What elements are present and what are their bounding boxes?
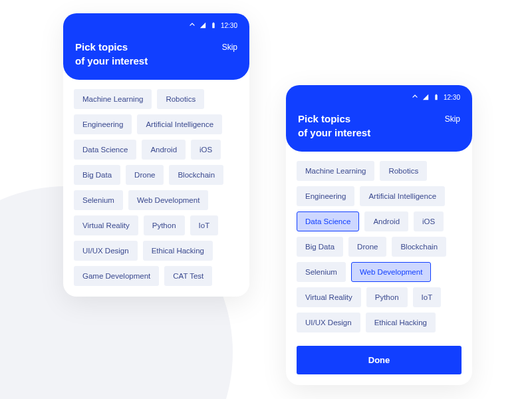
battery-icon — [210, 22, 217, 29]
status-time: 12:30 — [221, 22, 237, 29]
page-title: Pick topics of your interest — [298, 112, 370, 140]
topic-chip[interactable]: Web Development — [128, 190, 208, 210]
topic-chip[interactable]: Robotics — [157, 89, 204, 109]
topic-chip[interactable]: Blockchain — [392, 237, 446, 257]
skip-button[interactable]: Skip — [222, 40, 237, 52]
topic-chip-container: Machine LearningRoboticsEngineeringArtif… — [63, 80, 249, 297]
topic-chip[interactable]: Drone — [348, 237, 386, 257]
topic-chip[interactable]: Engineering — [74, 114, 132, 134]
phone-screen-unselected: 12:30 Pick topics of your interest Skip … — [63, 13, 249, 297]
topic-chip[interactable]: Python — [144, 215, 185, 235]
page-title: Pick topics of your interest — [75, 40, 148, 68]
topic-chip[interactable]: Data Science — [74, 140, 136, 160]
topic-chip[interactable]: iOS — [191, 140, 221, 160]
topic-chip[interactable]: Big Data — [297, 237, 343, 257]
topic-chip[interactable]: Machine Learning — [297, 161, 374, 181]
status-bar: 12:30 — [75, 20, 237, 31]
topic-chip[interactable]: IoT — [190, 215, 219, 235]
signal-icon — [200, 22, 206, 29]
topic-chip[interactable]: Blockchain — [169, 165, 223, 185]
done-button[interactable]: Done — [297, 346, 462, 374]
topic-chip[interactable]: Selenium — [74, 190, 123, 210]
wifi-icon — [189, 22, 196, 29]
topic-chip[interactable]: Robotics — [380, 161, 427, 181]
battery-icon — [433, 94, 440, 100]
topic-chip[interactable]: Ethical Hacking — [366, 313, 436, 332]
status-time: 12:30 — [444, 94, 460, 101]
header: 12:30 Pick topics of your interest Skip — [63, 13, 249, 80]
topic-chip[interactable]: Android — [364, 211, 408, 231]
topic-chip[interactable]: CAT Test — [164, 266, 212, 286]
topic-chip[interactable]: Android — [142, 140, 186, 160]
topic-chip[interactable]: UI/UX Design — [74, 241, 138, 261]
status-bar: 12:30 — [298, 92, 460, 102]
phone-screen-selected: 12:30 Pick topics of your interest Skip … — [286, 85, 472, 385]
topic-chip[interactable]: Big Data — [74, 165, 120, 185]
topic-chip-container: Machine LearningRoboticsEngineeringArtif… — [286, 152, 472, 343]
topic-chip[interactable]: UI/UX Design — [297, 313, 360, 332]
header: 12:30 Pick topics of your interest Skip — [286, 85, 472, 152]
topic-chip[interactable]: Drone — [126, 165, 164, 185]
skip-button[interactable]: Skip — [445, 112, 460, 124]
wifi-icon — [412, 94, 418, 100]
topic-chip[interactable]: Machine Learning — [74, 89, 152, 109]
topic-chip[interactable]: Game Development — [74, 266, 159, 286]
topic-chip[interactable]: Selenium — [297, 262, 346, 282]
topic-chip[interactable]: Virtual Reality — [74, 215, 138, 235]
topic-chip[interactable]: Artificial Intelligence — [360, 186, 445, 206]
topic-chip[interactable]: Virtual Reality — [297, 287, 361, 307]
topic-chip[interactable]: Python — [366, 287, 408, 307]
topic-chip[interactable]: Ethical Hacking — [143, 241, 213, 261]
topic-chip[interactable]: Artificial Intelligence — [137, 114, 222, 134]
signal-icon — [422, 94, 429, 100]
topic-chip[interactable]: IoT — [413, 287, 442, 307]
topic-chip[interactable]: Data Science — [297, 211, 359, 231]
topic-chip[interactable]: Web Development — [351, 262, 431, 282]
topic-chip[interactable]: Engineering — [297, 186, 354, 206]
topic-chip[interactable]: iOS — [414, 211, 444, 231]
